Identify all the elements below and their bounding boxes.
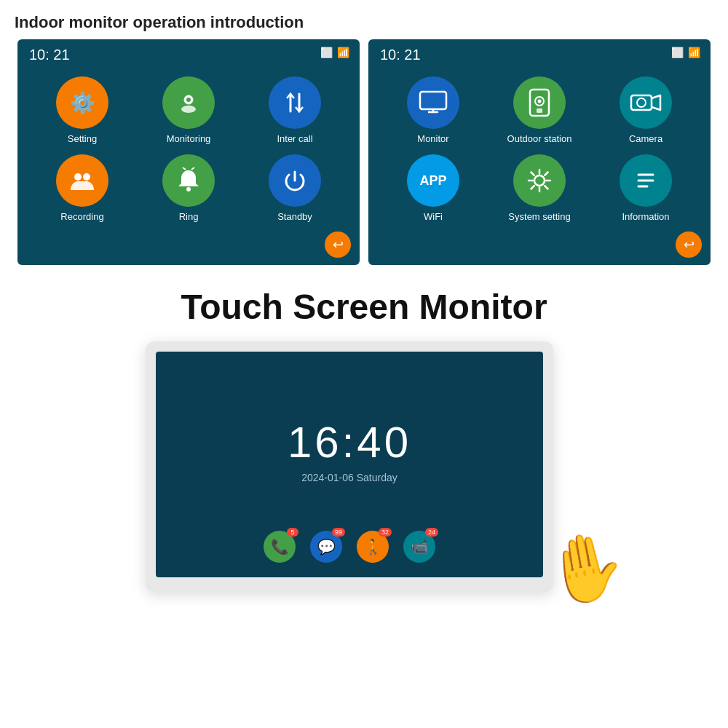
message-icon-item[interactable]: 💬 99 bbox=[310, 531, 342, 563]
intercall-item[interactable]: Inter call bbox=[251, 76, 339, 144]
video-badge: 24 bbox=[425, 528, 438, 537]
system-item[interactable]: System setting bbox=[496, 154, 583, 222]
video-icon-item[interactable]: 📹 24 bbox=[403, 531, 435, 563]
screen1-row2: Recording Ring bbox=[29, 154, 348, 222]
monitoring-icon bbox=[162, 76, 215, 129]
back-btn-1[interactable]: ↩ bbox=[325, 232, 351, 258]
monitor-item[interactable]: Monitor bbox=[389, 76, 477, 144]
system-icon bbox=[513, 154, 566, 207]
monitor-label: Monitor bbox=[417, 133, 448, 144]
call-badge: 5 bbox=[287, 528, 298, 537]
svg-line-8 bbox=[183, 167, 186, 170]
svg-point-15 bbox=[538, 100, 542, 103]
screen2-status: ⬜ 📶 bbox=[671, 47, 700, 58]
standby-icon bbox=[269, 154, 321, 207]
svg-point-18 bbox=[637, 98, 646, 107]
wifi-label: WiFi bbox=[424, 211, 443, 222]
camera-label: Camera bbox=[629, 133, 662, 144]
call-icon-item[interactable]: 📞 5 bbox=[264, 531, 296, 563]
information-label: Information bbox=[622, 211, 669, 222]
information-icon bbox=[620, 154, 672, 207]
screen2-row1: Monitor Outdoor station bbox=[380, 76, 699, 144]
camera-icon bbox=[620, 76, 672, 129]
screen1-time: 10: 21 bbox=[29, 47, 70, 63]
svg-point-6 bbox=[83, 173, 90, 181]
sd-card-icon: ⬜ bbox=[320, 47, 333, 58]
outdoor-label: Outdoor station bbox=[507, 133, 572, 144]
wifi-icon-2: 📶 bbox=[688, 47, 700, 58]
motion-badge: 32 bbox=[379, 528, 392, 537]
ring-icon bbox=[162, 154, 215, 207]
monitor-bottom-icons: 📞 5 💬 99 🚶 32 📹 24 bbox=[264, 531, 435, 563]
screens-row: 10: 21 ⬜ 📶 ⚙️ Setting Monitoring bbox=[0, 39, 728, 265]
standby-label: Standby bbox=[277, 211, 312, 222]
system-label: System setting bbox=[508, 211, 570, 222]
svg-point-19 bbox=[534, 175, 545, 186]
message-badge: 99 bbox=[332, 528, 345, 537]
monitoring-item[interactable]: Monitoring bbox=[145, 76, 232, 144]
screen2-time: 10: 21 bbox=[380, 47, 421, 63]
camera-item[interactable]: Camera bbox=[602, 76, 689, 144]
ring-item[interactable]: Ring bbox=[145, 154, 232, 222]
svg-point-1 bbox=[186, 98, 191, 102]
monitor-frame: 16:40 2024-01-06 Saturday 📞 5 💬 99 🚶 32 bbox=[146, 341, 553, 592]
intercall-label: Inter call bbox=[277, 133, 312, 144]
screen-panel-2: 10: 21 ⬜ 📶 Monitor bbox=[368, 39, 711, 265]
outdoor-item[interactable]: Outdoor station bbox=[496, 76, 583, 144]
svg-point-2 bbox=[181, 106, 196, 113]
wifi-app-icon: APP bbox=[407, 154, 459, 207]
section-title: Touch Screen Monitor bbox=[181, 287, 547, 327]
recording-item[interactable]: Recording bbox=[39, 154, 126, 222]
back-btn-2[interactable]: ↩ bbox=[676, 232, 702, 258]
screen2-row2: APP WiFi System setting bbox=[380, 154, 699, 222]
bottom-section: Touch Screen Monitor 16:40 2024-01-06 Sa… bbox=[0, 287, 728, 592]
recording-icon bbox=[56, 154, 108, 207]
setting-label: Setting bbox=[68, 133, 97, 144]
screen1-row1: ⚙️ Setting Monitoring bbox=[29, 76, 348, 144]
ring-label: Ring bbox=[179, 211, 199, 222]
information-item[interactable]: Information bbox=[602, 154, 689, 222]
monitor-clock: 16:40 bbox=[288, 417, 411, 467]
standby-item[interactable]: Standby bbox=[251, 154, 339, 222]
recording-label: Recording bbox=[60, 211, 103, 222]
outdoor-icon bbox=[513, 76, 566, 129]
sd-card-icon-2: ⬜ bbox=[671, 47, 684, 58]
wifi-item[interactable]: APP WiFi bbox=[389, 154, 477, 222]
svg-rect-10 bbox=[420, 92, 446, 109]
monitor-icon bbox=[407, 76, 459, 129]
screen1-status: ⬜ 📶 bbox=[320, 47, 349, 58]
screen-panel-1: 10: 21 ⬜ 📶 ⚙️ Setting Monitoring bbox=[17, 39, 360, 265]
setting-icon: ⚙️ bbox=[56, 76, 108, 129]
wifi-icon: 📶 bbox=[337, 47, 349, 58]
setting-item[interactable]: ⚙️ Setting bbox=[39, 76, 126, 144]
page-title: Indoor monitor operation introduction bbox=[0, 0, 728, 39]
svg-line-9 bbox=[191, 167, 194, 170]
motion-icon-item[interactable]: 🚶 32 bbox=[357, 531, 389, 563]
hand-icon: 🤚 bbox=[539, 523, 633, 613]
svg-rect-16 bbox=[537, 108, 542, 113]
intercall-icon bbox=[269, 76, 321, 129]
monitor-screen[interactable]: 16:40 2024-01-06 Saturday 📞 5 💬 99 🚶 32 bbox=[156, 352, 543, 577]
monitor-date: 2024-01-06 Saturday bbox=[301, 472, 397, 483]
monitoring-label: Monitoring bbox=[167, 133, 211, 144]
svg-point-7 bbox=[186, 187, 191, 191]
svg-point-5 bbox=[74, 173, 82, 181]
